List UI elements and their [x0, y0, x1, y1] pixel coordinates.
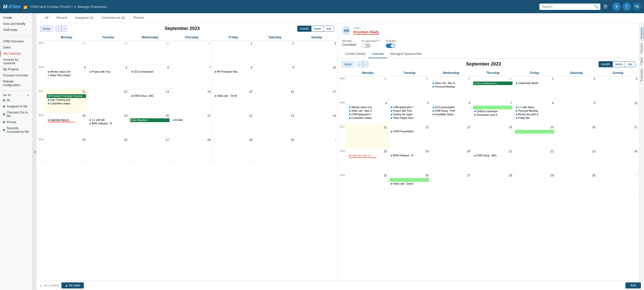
cal-cell[interactable]: 1 — [212, 41, 254, 65]
cal-cell[interactable]: 23 — [254, 113, 296, 137]
cal-cell[interactable]: 28 — [347, 76, 389, 100]
cal-cell[interactable]: 7 — [171, 65, 212, 89]
sidebar-item-crm-overview[interactable]: CRM Overview — [0, 38, 32, 44]
cal-cell[interactable]: 15 Video call - Tim M — [212, 89, 254, 113]
cal-cell[interactable]: 13 CRM Setup - AAC — [129, 89, 171, 113]
rp-tab-contact-details[interactable]: Contact Details — [342, 50, 369, 58]
cal-cell[interactable]: 1 — [597, 173, 639, 197]
cal-cell[interactable]: 12 — [87, 89, 129, 113]
user-button[interactable]: TS — [633, 3, 641, 11]
cal-cell[interactable]: 23 — [555, 149, 597, 172]
menu-icon[interactable]: ☰ — [603, 4, 607, 9]
cal-cell[interactable]: 18 Calendar Add-on - — [46, 113, 87, 137]
meta-tab-filters[interactable]: Filters — [639, 55, 644, 67]
cal-cell[interactable]: 29 — [212, 137, 254, 161]
cal-cell[interactable]: 18 Calendar Add-on - — [347, 149, 389, 172]
sidebar-item-my-projects[interactable]: My Projects — [0, 66, 32, 72]
left-week-btn[interactable]: week — [311, 26, 324, 31]
tab-checked-out[interactable]: Checked out (0) — [98, 13, 129, 23]
cal-cell[interactable]: 15 — [514, 124, 555, 148]
cal-cell[interactable]: 1 — [296, 137, 338, 161]
scroll-up-arrow[interactable]: ▲ — [40, 284, 42, 287]
supervisor-toggle[interactable] — [361, 43, 371, 48]
cal-cell[interactable]: 13 — [431, 124, 472, 148]
sidebar-item-assigned-to-me[interactable]: Assigned to Me — [0, 103, 32, 109]
meta-tab-employee[interactable]: Employee — [639, 67, 644, 83]
tab-recent[interactable]: Recent — [52, 13, 71, 23]
cal-cell[interactable]: 4 Weekly status che Sales Pitch prepar — [46, 65, 87, 89]
left-day-btn[interactable]: day — [324, 26, 334, 31]
cal-cell[interactable]: 16 — [555, 124, 597, 148]
right-today-btn[interactable]: today — [341, 61, 354, 67]
cal-cell[interactable]: 26 ... Video call - Daniel — [389, 173, 430, 197]
cal-cell[interactable]: 10 — [296, 65, 338, 89]
cal-cell[interactable]: 30 Video call - Ben G Personal Meeting — [431, 76, 472, 100]
cal-cell[interactable]: 28 — [46, 41, 87, 65]
meta-tab-preview[interactable]: Preview — [639, 41, 644, 55]
sidebar-item-invoices[interactable]: Invoices by customer — [0, 57, 32, 66]
cal-cell[interactable]: 21 Emails — [171, 113, 212, 137]
cal-cell[interactable]: 19 1:1 with Bill BPM Software - R — [87, 113, 129, 137]
cal-cell[interactable]: 27 — [431, 173, 472, 197]
cal-cell[interactable]: 9 — [555, 100, 597, 124]
cal-cell[interactable]: 29 — [514, 173, 555, 197]
cal-cell[interactable]: 29 — [389, 76, 430, 100]
sidebar-item-view-modify[interactable]: View and Modify — [0, 21, 32, 27]
cal-cell[interactable]: 6 CEO presentation — [129, 65, 171, 89]
sidebar-item-my-calendar[interactable]: My Calendar — [0, 51, 32, 57]
cal-cell[interactable]: 10 — [597, 100, 639, 124]
cal-cell[interactable]: 14 — [472, 124, 514, 148]
cal-cell[interactable]: 31 M-Files Dashboard ex — [472, 76, 514, 100]
left-today-btn[interactable]: today — [40, 26, 53, 32]
sidebar-item-create[interactable]: Create — [0, 15, 32, 21]
cal-cell[interactable]: 1 Leadership Meetir — [514, 76, 555, 100]
cal-cell[interactable]: 7 CtrlDocs developm Tennessee Land S — [472, 100, 514, 124]
cal-cell[interactable]: 24 — [597, 149, 639, 172]
cal-cell[interactable]: 31 — [171, 41, 212, 65]
edit-button[interactable]: Edit — [625, 282, 641, 288]
cal-cell[interactable]: 20 — [431, 149, 472, 172]
cal-cell-today[interactable]: 11 HR Product Prototype Development User… — [46, 89, 87, 113]
cal-cell[interactable]: 27 — [129, 137, 171, 161]
sidebar-item-recently-accessed[interactable]: Recently Accessed by Me — [0, 125, 32, 135]
cal-cell[interactable]: 30 — [254, 137, 296, 161]
right-prev-btn[interactable]: ‹ — [357, 61, 362, 67]
sidebar-item-refresh[interactable]: Refresh configuration — [0, 78, 32, 88]
left-next-btn[interactable]: › — [61, 25, 67, 32]
cal-cell[interactable]: 30 — [555, 173, 597, 197]
cal-cell[interactable]: 6 CEO presentation CRM Setup - KNX Feasi… — [431, 100, 472, 124]
cal-cell[interactable]: 12 CRM Presentation — [389, 124, 430, 148]
no-state-button[interactable]: ▲ No state — [61, 282, 84, 288]
sidebar-item-sales[interactable]: Sales — [0, 44, 32, 51]
cal-cell[interactable]: 8 1:1 with Steen Personal Meeting Revise… — [514, 100, 555, 124]
right-day-btn[interactable]: day — [625, 61, 635, 67]
sidebar-item-focused-overview[interactable]: Focused Overview — [0, 72, 32, 78]
cal-cell[interactable]: 17 — [296, 89, 338, 113]
cal-cell[interactable]: 4 Weekly status che Video call - Alan S … — [347, 100, 389, 124]
sidebar-item-checked-out[interactable]: Checked Out to Me — [0, 109, 32, 119]
cal-cell[interactable]: 2 — [555, 76, 597, 100]
cal-cell[interactable]: 22 — [514, 149, 555, 172]
tab-all[interactable]: All — [41, 13, 52, 23]
cal-cell[interactable]: 25 — [347, 173, 389, 197]
active-toggle[interactable] — [386, 43, 395, 48]
cal-cell[interactable]: 5 Project with Tina — [87, 65, 129, 89]
cal-cell[interactable]: 16 — [254, 89, 296, 113]
add-button[interactable]: + — [613, 3, 621, 11]
cal-cell-today[interactable]: 11 — [347, 124, 389, 148]
meta-tab-metadata[interactable]: Metadata — [639, 25, 644, 41]
cal-cell[interactable]: 5 CRM Application I Project with Tina Te… — [389, 100, 430, 124]
cal-cell[interactable]: 25 — [46, 137, 87, 161]
cal-cell[interactable]: 8 HR Prototype Req — [212, 65, 254, 89]
cal-cell[interactable]: 28 — [171, 137, 212, 161]
cal-cell[interactable]: 19 BPM Software - R — [389, 149, 430, 172]
cal-cell[interactable]: 3 — [597, 76, 639, 100]
sidebar-item-pinned[interactable]: Pinned — [0, 119, 32, 125]
sidebar-item-ctrlportals[interactable]: CtrlPortals — [0, 27, 32, 33]
cal-cell[interactable]: 24 — [296, 113, 338, 137]
right-next-btn[interactable]: › — [363, 61, 368, 67]
cal-cell[interactable]: 30 — [129, 41, 171, 65]
left-month-btn[interactable]: month — [298, 26, 311, 31]
help-button[interactable]: ? — [623, 3, 631, 11]
cal-cell[interactable]: 21 CRM Setup - AAC — [472, 149, 514, 172]
